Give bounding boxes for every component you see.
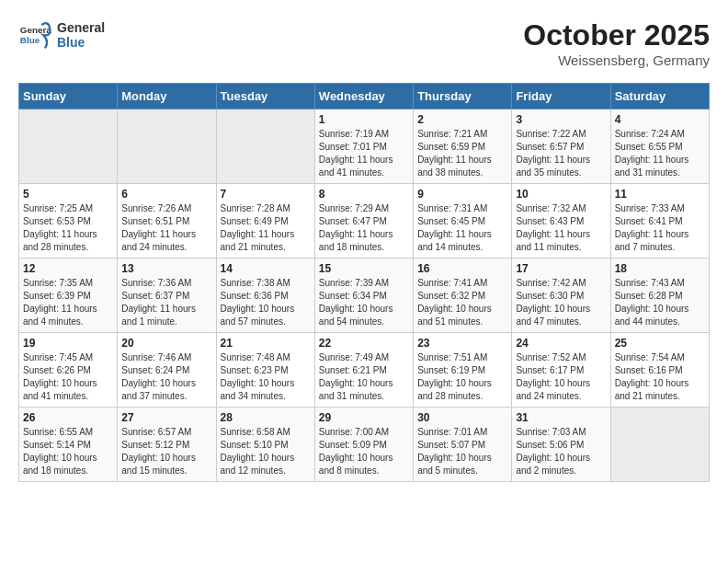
calendar-day-cell: 25Sunrise: 7:54 AM Sunset: 6:16 PM Dayli… bbox=[610, 333, 709, 408]
calendar-day-cell: 27Sunrise: 6:57 AM Sunset: 5:12 PM Dayli… bbox=[118, 408, 216, 482]
calendar-day-cell: 16Sunrise: 7:41 AM Sunset: 6:32 PM Dayli… bbox=[414, 259, 512, 333]
calendar-day-cell: 6Sunrise: 7:26 AM Sunset: 6:51 PM Daylig… bbox=[118, 184, 216, 259]
calendar-day-cell: 24Sunrise: 7:52 AM Sunset: 6:17 PM Dayli… bbox=[512, 333, 610, 408]
day-info: Sunrise: 7:33 AM Sunset: 6:41 PM Dayligh… bbox=[615, 202, 705, 254]
calendar-day-cell: 18Sunrise: 7:43 AM Sunset: 6:28 PM Dayli… bbox=[610, 259, 709, 333]
day-number: 3 bbox=[516, 113, 606, 126]
weekday-header: Thursday bbox=[414, 84, 512, 109]
logo-wordmark: General Blue bbox=[57, 20, 105, 50]
calendar-day-cell: 3Sunrise: 7:22 AM Sunset: 6:57 PM Daylig… bbox=[512, 109, 610, 184]
calendar-day-cell: 14Sunrise: 7:38 AM Sunset: 6:36 PM Dayli… bbox=[216, 259, 314, 333]
day-number: 21 bbox=[221, 337, 311, 350]
calendar-day-cell: 30Sunrise: 7:01 AM Sunset: 5:07 PM Dayli… bbox=[414, 408, 512, 482]
day-info: Sunrise: 7:38 AM Sunset: 6:36 PM Dayligh… bbox=[221, 277, 311, 328]
page-header: General Blue General Blue October 2025 W… bbox=[18, 18, 710, 68]
day-info: Sunrise: 7:39 AM Sunset: 6:34 PM Dayligh… bbox=[319, 277, 409, 328]
calendar-week-row: 1Sunrise: 7:19 AM Sunset: 7:01 PM Daylig… bbox=[19, 109, 710, 184]
calendar-day-cell: 17Sunrise: 7:42 AM Sunset: 6:30 PM Dayli… bbox=[512, 259, 610, 333]
day-info: Sunrise: 7:21 AM Sunset: 6:59 PM Dayligh… bbox=[417, 128, 507, 179]
day-number: 12 bbox=[23, 262, 113, 275]
day-info: Sunrise: 7:46 AM Sunset: 6:24 PM Dayligh… bbox=[121, 351, 211, 403]
calendar-day-cell: 7Sunrise: 7:28 AM Sunset: 6:49 PM Daylig… bbox=[216, 184, 314, 259]
day-info: Sunrise: 7:31 AM Sunset: 6:45 PM Dayligh… bbox=[417, 202, 507, 254]
calendar-day-cell: 10Sunrise: 7:32 AM Sunset: 6:43 PM Dayli… bbox=[512, 184, 610, 259]
day-info: Sunrise: 7:19 AM Sunset: 7:01 PM Dayligh… bbox=[319, 128, 409, 179]
calendar-day-cell: 20Sunrise: 7:46 AM Sunset: 6:24 PM Dayli… bbox=[118, 333, 216, 408]
day-number: 28 bbox=[221, 411, 311, 424]
day-info: Sunrise: 7:01 AM Sunset: 5:07 PM Dayligh… bbox=[417, 426, 507, 477]
day-info: Sunrise: 7:35 AM Sunset: 6:39 PM Dayligh… bbox=[23, 277, 113, 328]
day-info: Sunrise: 7:29 AM Sunset: 6:47 PM Dayligh… bbox=[319, 202, 409, 254]
title-block: October 2025 Weissensberg, Germany bbox=[523, 18, 710, 68]
weekday-header: Friday bbox=[512, 84, 610, 109]
day-number: 24 bbox=[516, 337, 606, 350]
calendar-day-cell: 2Sunrise: 7:21 AM Sunset: 6:59 PM Daylig… bbox=[414, 109, 512, 184]
day-number: 30 bbox=[417, 411, 507, 424]
day-number: 8 bbox=[319, 188, 409, 201]
day-number: 25 bbox=[615, 337, 705, 350]
day-number: 10 bbox=[516, 188, 606, 201]
weekday-header: Saturday bbox=[610, 84, 709, 109]
day-info: Sunrise: 7:52 AM Sunset: 6:17 PM Dayligh… bbox=[516, 351, 606, 403]
day-number: 29 bbox=[319, 411, 409, 424]
day-number: 17 bbox=[516, 262, 606, 275]
day-info: Sunrise: 7:43 AM Sunset: 6:28 PM Dayligh… bbox=[615, 277, 705, 328]
day-info: Sunrise: 7:54 AM Sunset: 6:16 PM Dayligh… bbox=[615, 351, 705, 403]
day-number: 6 bbox=[121, 188, 211, 201]
day-number: 14 bbox=[221, 262, 311, 275]
day-number: 23 bbox=[417, 337, 507, 350]
calendar-day-cell: 21Sunrise: 7:48 AM Sunset: 6:23 PM Dayli… bbox=[216, 333, 314, 408]
day-number: 15 bbox=[319, 262, 409, 275]
calendar-day-cell bbox=[19, 109, 118, 184]
calendar-day-cell: 11Sunrise: 7:33 AM Sunset: 6:41 PM Dayli… bbox=[610, 184, 709, 259]
calendar-day-cell: 9Sunrise: 7:31 AM Sunset: 6:45 PM Daylig… bbox=[414, 184, 512, 259]
day-info: Sunrise: 6:55 AM Sunset: 5:14 PM Dayligh… bbox=[23, 426, 113, 477]
day-info: Sunrise: 7:48 AM Sunset: 6:23 PM Dayligh… bbox=[221, 351, 311, 403]
month-title: October 2025 bbox=[523, 18, 710, 52]
day-info: Sunrise: 7:03 AM Sunset: 5:06 PM Dayligh… bbox=[516, 426, 606, 477]
location: Weissensberg, Germany bbox=[523, 52, 710, 68]
day-number: 7 bbox=[221, 188, 311, 201]
calendar-day-cell bbox=[216, 109, 314, 184]
day-number: 16 bbox=[417, 262, 507, 275]
calendar-day-cell bbox=[118, 109, 216, 184]
calendar-day-cell: 19Sunrise: 7:45 AM Sunset: 6:26 PM Dayli… bbox=[19, 333, 118, 408]
day-info: Sunrise: 6:58 AM Sunset: 5:10 PM Dayligh… bbox=[221, 426, 311, 477]
weekday-header-row: SundayMondayTuesdayWednesdayThursdayFrid… bbox=[19, 84, 710, 109]
day-number: 18 bbox=[615, 262, 705, 275]
day-number: 13 bbox=[121, 262, 211, 275]
day-info: Sunrise: 6:57 AM Sunset: 5:12 PM Dayligh… bbox=[121, 426, 211, 477]
day-info: Sunrise: 7:00 AM Sunset: 5:09 PM Dayligh… bbox=[319, 426, 409, 477]
weekday-header: Monday bbox=[118, 84, 216, 109]
calendar-day-cell: 5Sunrise: 7:25 AM Sunset: 6:53 PM Daylig… bbox=[19, 184, 118, 259]
calendar-day-cell: 26Sunrise: 6:55 AM Sunset: 5:14 PM Dayli… bbox=[19, 408, 118, 482]
day-info: Sunrise: 7:24 AM Sunset: 6:55 PM Dayligh… bbox=[615, 128, 705, 179]
day-number: 4 bbox=[615, 113, 705, 126]
calendar-day-cell: 29Sunrise: 7:00 AM Sunset: 5:09 PM Dayli… bbox=[314, 408, 413, 482]
day-info: Sunrise: 7:41 AM Sunset: 6:32 PM Dayligh… bbox=[417, 277, 507, 328]
weekday-header: Wednesday bbox=[314, 84, 413, 109]
day-number: 22 bbox=[319, 337, 409, 350]
calendar-week-row: 5Sunrise: 7:25 AM Sunset: 6:53 PM Daylig… bbox=[19, 184, 710, 259]
day-info: Sunrise: 7:51 AM Sunset: 6:19 PM Dayligh… bbox=[417, 351, 507, 403]
svg-text:General: General bbox=[20, 25, 51, 35]
day-info: Sunrise: 7:32 AM Sunset: 6:43 PM Dayligh… bbox=[516, 202, 606, 254]
day-info: Sunrise: 7:22 AM Sunset: 6:57 PM Dayligh… bbox=[516, 128, 606, 179]
day-info: Sunrise: 7:42 AM Sunset: 6:30 PM Dayligh… bbox=[516, 277, 606, 328]
logo-icon: General Blue bbox=[18, 18, 51, 52]
calendar-day-cell: 31Sunrise: 7:03 AM Sunset: 5:06 PM Dayli… bbox=[512, 408, 610, 482]
calendar-day-cell: 8Sunrise: 7:29 AM Sunset: 6:47 PM Daylig… bbox=[314, 184, 413, 259]
day-number: 5 bbox=[23, 188, 113, 201]
calendar-day-cell: 1Sunrise: 7:19 AM Sunset: 7:01 PM Daylig… bbox=[314, 109, 413, 184]
weekday-header: Sunday bbox=[19, 84, 118, 109]
day-info: Sunrise: 7:49 AM Sunset: 6:21 PM Dayligh… bbox=[319, 351, 409, 403]
calendar-day-cell: 28Sunrise: 6:58 AM Sunset: 5:10 PM Dayli… bbox=[216, 408, 314, 482]
logo-line1: General bbox=[57, 20, 105, 35]
calendar-day-cell: 13Sunrise: 7:36 AM Sunset: 6:37 PM Dayli… bbox=[118, 259, 216, 333]
calendar-day-cell: 23Sunrise: 7:51 AM Sunset: 6:19 PM Dayli… bbox=[414, 333, 512, 408]
calendar-day-cell: 22Sunrise: 7:49 AM Sunset: 6:21 PM Dayli… bbox=[314, 333, 413, 408]
calendar-table: SundayMondayTuesdayWednesdayThursdayFrid… bbox=[18, 83, 710, 482]
weekday-header: Tuesday bbox=[216, 84, 314, 109]
day-number: 2 bbox=[417, 113, 507, 126]
calendar-week-row: 26Sunrise: 6:55 AM Sunset: 5:14 PM Dayli… bbox=[19, 408, 710, 482]
